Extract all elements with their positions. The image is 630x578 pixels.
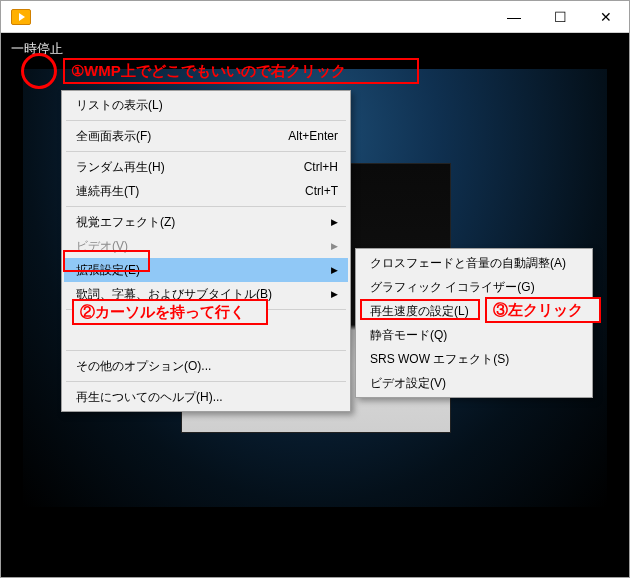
annotation-circle (21, 53, 57, 89)
context-submenu-enhancements: クロスフェードと音量の自動調整(A) グラフィック イコライザー(G) 再生速度… (355, 248, 593, 398)
submenu-srs-wow[interactable]: SRS WOW エフェクト(S) (358, 347, 590, 371)
menu-separator (66, 350, 346, 351)
menu-separator (66, 206, 346, 207)
chevron-right-icon: ▶ (331, 265, 338, 275)
submenu-graphic-eq[interactable]: グラフィック イコライザー(G) (358, 275, 590, 299)
play-icon (11, 9, 31, 25)
menu-repeat[interactable]: 連続再生(T) Ctrl+T (64, 179, 348, 203)
menu-enhancements-label: 拡張設定(E) (76, 262, 140, 279)
submenu-srs-wow-label: SRS WOW エフェクト(S) (370, 351, 509, 368)
annotation-step1: ①WMP上でどこでもいいので右クリック (63, 58, 419, 84)
menu-video[interactable]: ビデオ(V) ▶ (64, 234, 348, 258)
minimize-button[interactable]: — (491, 1, 537, 32)
menu-video-label: ビデオ(V) (76, 238, 128, 255)
menu-shuffle[interactable]: ランダム再生(H) Ctrl+H (64, 155, 348, 179)
submenu-quiet-mode[interactable]: 静音モード(Q) (358, 323, 590, 347)
submenu-quiet-mode-label: 静音モード(Q) (370, 327, 447, 344)
menu-fullscreen-label: 全画面表示(F) (76, 128, 151, 145)
close-button[interactable]: ✕ (583, 1, 629, 32)
menu-enhancements[interactable]: 拡張設定(E) ▶ (64, 258, 348, 282)
submenu-crossfade[interactable]: クロスフェードと音量の自動調整(A) (358, 251, 590, 275)
submenu-graphic-eq-label: グラフィック イコライザー(G) (370, 279, 535, 296)
menu-show-list-label: リストの表示(L) (76, 97, 163, 114)
submenu-crossfade-label: クロスフェードと音量の自動調整(A) (370, 255, 566, 272)
menu-other-options[interactable]: その他のオプション(O)... (64, 354, 348, 378)
chevron-right-icon: ▶ (331, 289, 338, 299)
maximize-button[interactable]: ☐ (537, 1, 583, 32)
submenu-video-settings-label: ビデオ設定(V) (370, 375, 446, 392)
menu-visual-effects-label: 視覚エフェクト(Z) (76, 214, 175, 231)
title-bar: — ☐ ✕ (1, 1, 629, 33)
submenu-video-settings[interactable]: ビデオ設定(V) (358, 371, 590, 395)
menu-repeat-label: 連続再生(T) (76, 183, 139, 200)
menu-show-list[interactable]: リストの表示(L) (64, 93, 348, 117)
chevron-right-icon: ▶ (331, 217, 338, 227)
chevron-right-icon: ▶ (331, 241, 338, 251)
wmp-app-icon (7, 3, 35, 31)
menu-separator (66, 151, 346, 152)
player-stage[interactable]: L U V 一時停止 ①WMP上でどこでもいいので右クリック リストの表示(L)… (1, 33, 629, 577)
context-menu: リストの表示(L) 全画面表示(F) Alt+Enter ランダム再生(H) C… (61, 90, 351, 412)
menu-separator (66, 381, 346, 382)
submenu-play-speed-label: 再生速度の設定(L) (370, 303, 469, 320)
menu-repeat-shortcut: Ctrl+T (305, 184, 338, 198)
menu-shuffle-label: ランダム再生(H) (76, 159, 165, 176)
menu-shuffle-shortcut: Ctrl+H (304, 160, 338, 174)
menu-fullscreen[interactable]: 全画面表示(F) Alt+Enter (64, 124, 348, 148)
menu-fullscreen-shortcut: Alt+Enter (288, 129, 338, 143)
menu-help-label: 再生についてのヘルプ(H)... (76, 389, 223, 406)
menu-help[interactable]: 再生についてのヘルプ(H)... (64, 385, 348, 409)
annotation-step3: ③左クリック (485, 297, 601, 323)
menu-visual-effects[interactable]: 視覚エフェクト(Z) ▶ (64, 210, 348, 234)
menu-other-options-label: その他のオプション(O)... (76, 358, 211, 375)
annotation-step2: ②カーソルを持って行く (72, 299, 268, 325)
window-root: — ☐ ✕ L U V 一時停止 ①WMP上でどこでもいいので右クリック リスト… (0, 0, 630, 578)
menu-separator (66, 120, 346, 121)
